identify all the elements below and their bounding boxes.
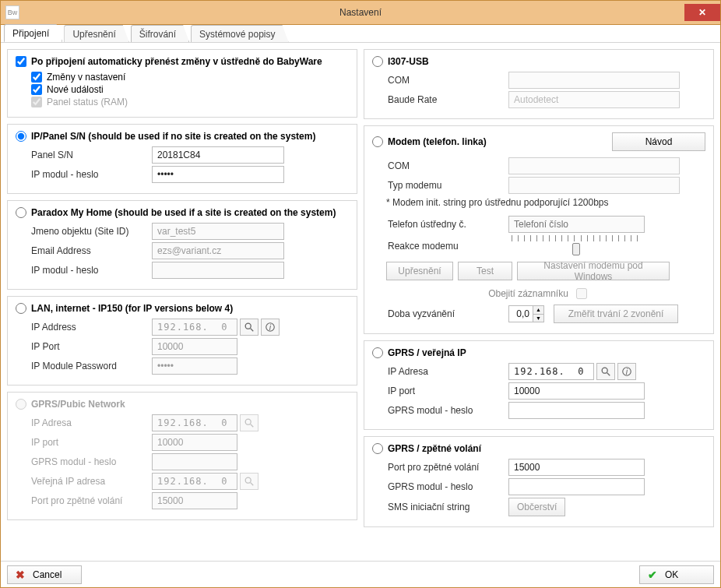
close-button[interactable]: ✕: [684, 4, 720, 21]
chk-settings-changes[interactable]: Změny v nastavení: [31, 72, 349, 83]
lan-ip-label: IP Address: [31, 322, 152, 333]
tab-advanced[interactable]: Upřesnění: [64, 25, 128, 42]
gprsip-modpw-input[interactable]: [508, 402, 645, 419]
spinner-up-icon[interactable]: ▲: [533, 306, 543, 315]
gprsip-info-button[interactable]: i: [617, 363, 636, 380]
ok-label: OK: [665, 569, 678, 580]
radio-pmh-input[interactable]: [16, 207, 26, 218]
ip-module-password-input[interactable]: [152, 166, 284, 183]
email-input: [152, 242, 284, 259]
modem-windows-button: Nastavení modemu pod Windows: [517, 262, 670, 280]
radio-ip-sn[interactable]: IP/Panel S/N (should be used if no site …: [16, 131, 349, 142]
slider-thumb-icon[interactable]: [572, 243, 580, 255]
radio-modem-label: Modem (telefon. linka): [388, 136, 487, 147]
auto-transfer-label: Po připojení automaticky přenést změny v…: [31, 56, 322, 67]
lan-ip-input: [152, 319, 237, 336]
gprs-public-search-button: [240, 473, 259, 490]
tab-connection[interactable]: Připojení: [4, 24, 62, 42]
radio-ip-sn-input[interactable]: [16, 131, 26, 142]
lan-pw-input: [152, 357, 237, 375]
radio-lan-input[interactable]: [16, 303, 26, 314]
callback-modpw-input[interactable]: [508, 478, 645, 495]
i307-baud-label: Baude Rate: [388, 94, 508, 105]
radio-modem[interactable]: Modem (telefon. linka): [372, 136, 612, 147]
chk-new-events[interactable]: Nové události: [31, 84, 349, 95]
magnifier-icon: [244, 322, 255, 333]
callback-modpw-label: GPRS modul - heslo: [388, 481, 508, 492]
modem-type-label: Typ modemu: [388, 180, 508, 191]
gprsip-port-input[interactable]: [508, 382, 645, 400]
chk-new-events-input[interactable]: [31, 84, 42, 95]
gprs-public-ip-label: Veřejná IP adresa: [31, 476, 152, 487]
gprs-callback-port-input: [152, 492, 237, 509]
gprsip-addr-input[interactable]: [508, 363, 594, 380]
radio-i307[interactable]: I307-USB: [372, 56, 705, 67]
cancel-icon: ✖: [16, 569, 25, 581]
panel-sn-label: Panel S/N: [31, 150, 152, 160]
svg-point-6: [245, 477, 251, 483]
panel-gprs-callback: GPRS / zpětné volání Port pro zpětné vol…: [364, 436, 714, 527]
radio-gprs-ip-input[interactable]: [372, 347, 383, 358]
tabbar: Připojení Upřesnění Šifrování Systémové …: [1, 24, 720, 43]
tab-sysdesc[interactable]: Systémové popisy: [191, 25, 288, 42]
modem-reaction-slider[interactable]: [508, 235, 641, 257]
tab-encryption[interactable]: Šifrování: [131, 25, 189, 42]
sms-refresh-button: Občerství: [508, 498, 565, 516]
i307-com-select: [508, 72, 680, 89]
lan-info-button[interactable]: i: [261, 319, 280, 336]
radio-lan[interactable]: LAN, internet - IP150 (for IP versions b…: [16, 303, 349, 314]
panel-pmh: Paradox My Home (should be used if a sit…: [7, 200, 357, 290]
radio-gprs-ip[interactable]: GPRS / veřejná IP: [372, 347, 705, 358]
bypass-recorder-checkbox: [576, 288, 587, 299]
radio-gprs-public-label: GPRS/Pubic Network: [31, 399, 125, 410]
ok-icon: ✔: [648, 569, 657, 581]
modem-guide-button[interactable]: Návod: [612, 132, 705, 151]
panel-ip-sn: IP/Panel S/N (should be used if no site …: [7, 124, 357, 194]
ring-duration-label: Doba vyzvánění: [388, 308, 508, 319]
modem-init-note: * Modem init. string pro ústřednu podpor…: [386, 197, 705, 208]
modem-reaction-label: Reakce modemu: [388, 241, 508, 252]
gprs-modpw-input: [152, 453, 237, 470]
gprs-public-ip-input: [152, 473, 237, 490]
radio-pmh[interactable]: Paradox My Home (should be used if a sit…: [16, 207, 349, 218]
panel-lan: LAN, internet - IP150 (for IP versions b…: [7, 296, 357, 386]
auto-transfer-header[interactable]: Po připojení automaticky přenést změny v…: [16, 56, 349, 67]
ring-duration-spinner[interactable]: ▲ ▼: [508, 305, 544, 322]
radio-gprs-public: GPRS/Pubic Network: [16, 399, 349, 410]
gprs-ip-input: [152, 414, 237, 431]
left-column: Po připojení automaticky přenést změny v…: [7, 49, 357, 558]
panel-auto-transfer: Po připojení automaticky přenést změny v…: [7, 49, 357, 118]
chk-panel-status-input: [31, 97, 42, 107]
modem-phone-label: Telefon ústředny č.: [388, 219, 508, 230]
site-id-label: Jmeno objektu (Site ID): [31, 226, 152, 237]
radio-pmh-label: Paradox My Home (should be used if a sit…: [31, 207, 336, 218]
radio-ip-sn-label: IP/Panel S/N (should be used if no site …: [31, 131, 315, 142]
lan-pw-label: IP Module Password: [31, 361, 152, 371]
radio-gprs-callback-input[interactable]: [372, 443, 383, 454]
panel-sn-input[interactable]: [152, 146, 284, 164]
gprs-port-input: [152, 434, 237, 451]
window-title: Nastavení: [339, 7, 382, 18]
chk-settings-changes-input[interactable]: [31, 72, 42, 83]
callback-port-input[interactable]: [508, 459, 645, 476]
gprsip-search-button[interactable]: [596, 363, 615, 380]
cancel-button[interactable]: ✖ Cancel: [7, 565, 82, 584]
callback-port-label: Port pro zpětné volání: [388, 462, 508, 473]
lan-search-button[interactable]: [240, 319, 259, 336]
svg-line-9: [607, 373, 610, 376]
gprs-modpw-label: GPRS modul - heslo: [31, 456, 152, 467]
lan-port-label: IP Port: [31, 341, 152, 352]
modem-com-select: [508, 157, 680, 174]
radio-gprs-callback[interactable]: GPRS / zpětné volání: [372, 443, 705, 454]
settings-window: Bw Nastavení ✕ Připojení Upřesnění Šifro…: [0, 0, 721, 588]
ok-button[interactable]: ✔ OK: [639, 565, 714, 584]
modem-type-select: [508, 177, 680, 194]
ring-duration-input[interactable]: [509, 306, 533, 322]
auto-transfer-checkbox[interactable]: [16, 56, 26, 67]
pmh-ipmod-pw-input: [152, 262, 284, 279]
radio-gprs-public-input: [16, 399, 26, 410]
gprsip-addr-label: IP Adresa: [388, 366, 508, 377]
spinner-down-icon[interactable]: ▼: [533, 315, 543, 322]
radio-modem-input[interactable]: [372, 136, 383, 147]
radio-i307-input[interactable]: [372, 56, 383, 67]
